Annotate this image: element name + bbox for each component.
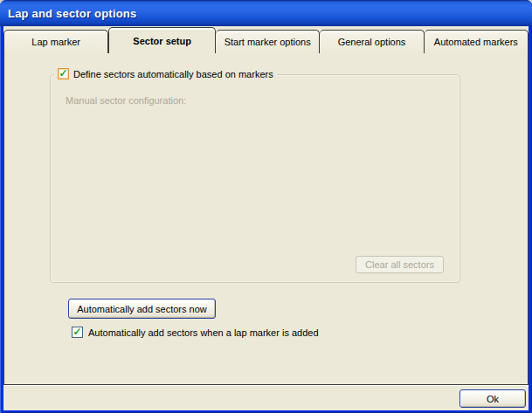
- auto-add-checkbox-row: ✓ Automatically add sectors when a lap m…: [72, 327, 319, 338]
- tab-label: Automated markers: [434, 37, 518, 47]
- tab-automated-markers[interactable]: Automated markers: [425, 30, 529, 53]
- define-sectors-checkbox[interactable]: ✓: [58, 68, 69, 79]
- tab-general-options[interactable]: General options: [320, 30, 424, 53]
- tab-sector-setup[interactable]: Sector setup: [108, 27, 216, 53]
- tab-strip: Lap marker Sector setup Start marker opt…: [3, 27, 529, 53]
- dialog-client-area: Lap marker Sector setup Start marker opt…: [3, 26, 529, 410]
- auto-add-sectors-checkbox[interactable]: ✓: [72, 327, 83, 338]
- tab-label: General options: [338, 37, 406, 47]
- title-bar[interactable]: Lap and sector options: [0, 0, 532, 26]
- checkmark-icon: ✓: [73, 327, 81, 337]
- clear-all-sectors-button-label: Clear all sectors: [365, 259, 434, 270]
- tab-label: Lap marker: [31, 37, 80, 47]
- automatically-add-sectors-now-button[interactable]: Automatically add sectors now: [68, 299, 216, 319]
- groupbox-legend: ✓ Define sectors automatically based on …: [54, 68, 277, 79]
- window-title: Lap and sector options: [8, 7, 136, 20]
- manual-sector-configuration-label: Manual sector configuration:: [66, 95, 186, 106]
- auto-add-sectors-label[interactable]: Automatically add sectors when a lap mar…: [88, 327, 319, 338]
- tab-label: Sector setup: [133, 36, 191, 46]
- tab-start-marker-options[interactable]: Start marker options: [216, 30, 320, 53]
- clear-all-sectors-button[interactable]: Clear all sectors: [356, 256, 444, 273]
- tab-label: Start marker options: [225, 37, 311, 47]
- tab-lap-marker[interactable]: Lap marker: [3, 30, 108, 53]
- manual-sector-groupbox: ✓ Define sectors automatically based on …: [50, 74, 460, 283]
- define-sectors-label[interactable]: Define sectors automatically based on ma…: [73, 69, 273, 79]
- tab-panel-sector-setup: ✓ Define sectors automatically based on …: [3, 52, 529, 385]
- ok-button[interactable]: Ok: [459, 389, 526, 408]
- automatically-add-sectors-now-button-label: Automatically add sectors now: [77, 304, 207, 314]
- checkmark-icon: ✓: [59, 69, 67, 79]
- dialog-footer: Ok: [3, 385, 529, 410]
- lap-and-sector-options-dialog: Lap and sector options Lap marker Sector…: [0, 0, 532, 413]
- ok-button-label: Ok: [487, 394, 499, 404]
